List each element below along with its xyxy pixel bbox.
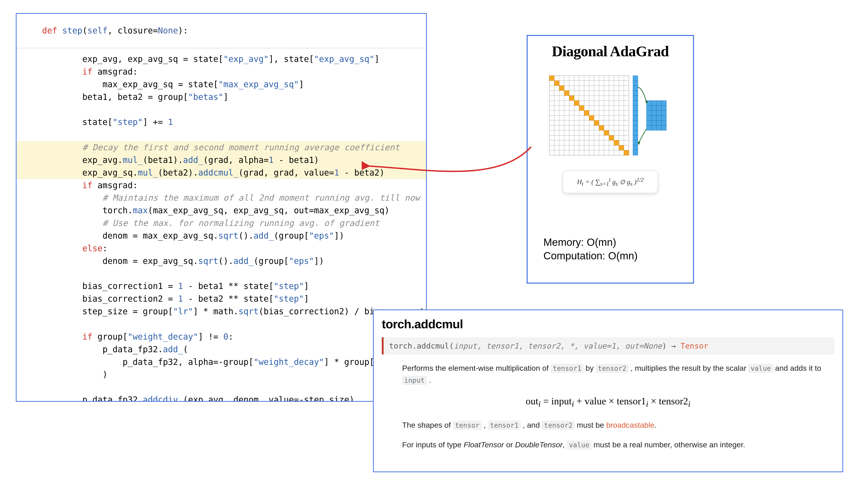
code-line: if group["weight_decay"] != 0: xyxy=(17,330,426,343)
code-def-line: def step(self, closure=None): xyxy=(17,14,426,48)
svg-rect-81 xyxy=(656,121,661,125)
svg-rect-76 xyxy=(651,116,656,121)
svg-rect-86 xyxy=(661,125,666,130)
card-complexity: Memory: O(mn) Computation: O(mn) xyxy=(544,236,638,263)
svg-rect-67 xyxy=(647,105,651,110)
code-line: beta1, beta2 = group["betas"] xyxy=(17,91,426,103)
code-line xyxy=(17,381,426,394)
doc-paragraph-1: Performs the element-wise multiplication… xyxy=(402,362,834,386)
code-line xyxy=(17,129,426,141)
svg-rect-66 xyxy=(661,101,666,105)
svg-rect-80 xyxy=(651,121,656,125)
code-line: ) xyxy=(17,368,426,381)
card-compute-label: Computation: O(mn) xyxy=(544,249,638,263)
diagonal-grid-icon xyxy=(547,73,674,162)
svg-rect-37 xyxy=(579,105,584,110)
code-line: if amsgrad: xyxy=(17,66,426,78)
svg-rect-56 xyxy=(633,121,638,125)
code-line: p_data_fp32.add_( xyxy=(17,343,426,356)
code-body: exp_avg, exp_avg_sq = state["exp_avg"], … xyxy=(17,48,426,402)
svg-rect-72 xyxy=(651,110,656,116)
svg-rect-82 xyxy=(661,121,666,125)
svg-rect-77 xyxy=(656,116,661,121)
doc-title: torch.addcmul xyxy=(382,317,834,331)
code-line: denom = max_exp_avg_sq.sqrt().add_(group… xyxy=(17,230,426,242)
svg-rect-32 xyxy=(554,80,559,86)
svg-rect-59 xyxy=(633,135,638,140)
doc-code: tensor1 xyxy=(488,421,521,430)
code-line: else: xyxy=(17,242,426,255)
svg-rect-36 xyxy=(574,101,579,105)
code-line: state["step"] += 1 xyxy=(17,116,426,129)
svg-rect-65 xyxy=(656,101,661,105)
svg-rect-74 xyxy=(661,110,666,116)
doc-sig-suffix: ) → xyxy=(662,341,681,350)
code-line: # Maintains the maximum of all 2nd momen… xyxy=(17,192,426,204)
svg-rect-55 xyxy=(633,116,638,121)
svg-rect-85 xyxy=(656,125,661,130)
doc-code: tensor1 xyxy=(551,364,583,373)
svg-rect-48 xyxy=(633,80,638,86)
code-line-highlight: exp_avg.mul_(beta1).add_(grad, alpha=1 -… xyxy=(17,154,426,166)
code-line: if amsgrad: xyxy=(17,179,426,192)
doc-paragraph-3: For inputs of type FloatTensor or Double… xyxy=(402,439,834,451)
svg-rect-73 xyxy=(656,110,661,116)
svg-rect-58 xyxy=(633,130,638,135)
doc-link-broadcastable[interactable]: broadcastable xyxy=(606,421,655,429)
svg-rect-79 xyxy=(647,121,651,125)
svg-rect-45 xyxy=(619,145,624,150)
svg-rect-69 xyxy=(656,105,661,110)
svg-rect-70 xyxy=(661,105,666,110)
svg-rect-38 xyxy=(584,110,589,116)
svg-rect-83 xyxy=(647,125,651,130)
doc-code: value xyxy=(567,441,591,449)
doc-code: tensor xyxy=(453,421,482,430)
svg-rect-31 xyxy=(549,76,554,80)
svg-rect-43 xyxy=(609,135,614,140)
svg-rect-42 xyxy=(604,130,609,135)
code-line: step_size = group["lr"] * math.sqrt(bias… xyxy=(17,305,426,318)
doc-math-text: outi = inputi + value × tensor1i × tenso… xyxy=(526,396,690,407)
doc-sig-params: input, tensor1, tensor2, *, value=1, out… xyxy=(454,341,662,350)
code-line xyxy=(17,103,426,116)
card-memory-label: Memory: O(mn) xyxy=(544,236,638,249)
doc-code: tensor2 xyxy=(542,421,575,430)
svg-rect-33 xyxy=(559,86,564,91)
card-title: Diagonal AdaGrad xyxy=(535,43,685,60)
svg-rect-68 xyxy=(651,105,656,110)
code-line xyxy=(17,267,426,280)
svg-rect-78 xyxy=(661,116,666,121)
svg-rect-75 xyxy=(647,116,651,121)
code-line: torch.max(max_exp_avg_sq, exp_avg_sq, ou… xyxy=(17,204,426,217)
card-diagram xyxy=(535,73,685,162)
code-line-highlight: # Decay the first and second moment runn… xyxy=(17,141,426,154)
svg-rect-41 xyxy=(599,125,604,130)
svg-rect-50 xyxy=(633,91,638,96)
code-panel: def step(self, closure=None): exp_avg, e… xyxy=(16,13,427,402)
svg-rect-54 xyxy=(633,110,638,116)
code-line: p_data_fp32.addcdiv_(exp_avg, denom, val… xyxy=(17,394,426,402)
svg-rect-35 xyxy=(569,96,574,101)
doc-paragraph-2: The shapes of tensor , tensor1 , and ten… xyxy=(402,419,834,431)
svg-rect-52 xyxy=(633,101,638,105)
svg-rect-39 xyxy=(589,116,594,121)
doc-code: input xyxy=(402,376,427,385)
code-fn-name: step xyxy=(62,26,82,35)
doc-code: value xyxy=(748,364,773,373)
code-line: denom = exp_avg_sq.sqrt().add_(group["ep… xyxy=(17,255,426,267)
svg-rect-49 xyxy=(633,86,638,91)
doc-sig-prefix: torch.addcmul( xyxy=(389,341,454,350)
doc-sig-return[interactable]: Tensor xyxy=(681,341,708,350)
svg-rect-44 xyxy=(614,140,619,145)
code-line xyxy=(17,318,426,330)
doc-math: outi = inputi + value × tensor1i × tenso… xyxy=(382,395,834,409)
svg-rect-53 xyxy=(633,105,638,110)
svg-rect-51 xyxy=(633,96,638,101)
svg-rect-57 xyxy=(633,125,638,130)
svg-rect-61 xyxy=(633,145,638,150)
svg-rect-47 xyxy=(633,76,638,80)
svg-rect-60 xyxy=(633,140,638,145)
code-line: p_data_fp32, alpha=-group["weight_decay"… xyxy=(17,356,426,368)
doc-signature: torch.addcmul(input, tensor1, tensor2, *… xyxy=(382,337,834,355)
card-panel: Diagonal AdaGrad xyxy=(527,35,694,284)
